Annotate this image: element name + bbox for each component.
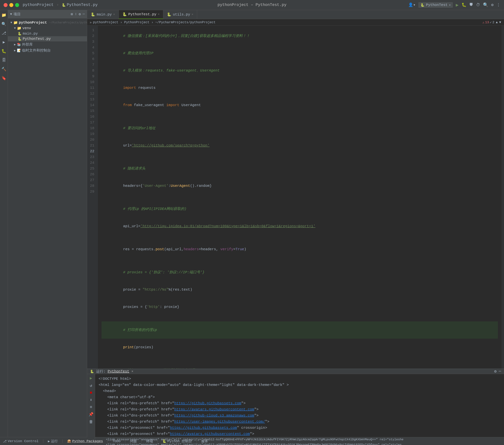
code-line-1: # 微信搜索：[呆呆敲代码的小Y]，回复[白嫖]获取超多精品编程学习资料！！ [102, 27, 498, 45]
tab-close-mainpy[interactable]: × [113, 13, 115, 16]
nav-up[interactable]: ▲ [496, 20, 498, 24]
line-numbers: 1 2 3 4 5 6 7 8 9 10 11 12 13 14 15 16 1… [87, 26, 98, 368]
tree-item-pythontestpy[interactable]: 🐍 PythonTest.py [8, 36, 87, 41]
panel-icon-layout[interactable]: ⊞ [71, 12, 73, 16]
code-line-8: url='https://github.com/search?q=python' [102, 137, 498, 154]
close-button[interactable] [4, 3, 8, 7]
status-python-control-label: Python 控制台 [167, 439, 192, 444]
output-line-1: <!DOCTYPE html> [99, 376, 500, 382]
sidebar-icon-project[interactable]: 📁 [1, 12, 7, 18]
run-icon-pin[interactable]: 📌 [89, 412, 93, 417]
sidebar-icon-build[interactable]: 🔨 [1, 66, 7, 72]
sidebar-icon-bookmark[interactable]: 🔖 [1, 75, 7, 81]
left-sidebar-icons: 📁 🔍 ⎇ ▶ 🐛 🗄 🔨 🔖 [0, 10, 8, 437]
run-icon-rerun[interactable]: ↺ [90, 383, 92, 388]
editor-area: 🐍 main.py × 🐍 PythonTest.py × 🐍 utils.py… [87, 10, 504, 437]
panel-icon-collapse[interactable]: — [83, 12, 85, 16]
panel-icon-filter[interactable]: ⚙ [79, 12, 81, 16]
run-icon-stop[interactable]: ■ [90, 391, 92, 395]
panel-icons: ⊞ ↕ ⚙ — [71, 12, 85, 16]
project-panel-header: ▼ 项目 ⊞ ↕ ⚙ — [8, 10, 87, 18]
code-line-6 [102, 114, 498, 120]
output-line-8: <link rel="dns-prefetch" href="https://u… [99, 419, 500, 425]
status-problems[interactable]: 问题 [130, 439, 137, 444]
tree-item-mainpy[interactable]: 🐍 main.py [8, 31, 87, 36]
output-line-5: <link rel="dns-prefetch" href="https://g… [99, 400, 500, 406]
code-line-21 [102, 316, 498, 321]
tab-bar: 🐍 main.py × 🐍 PythonTest.py × 🐍 utils.py… [87, 10, 504, 19]
python-console-icon: 🐍 [162, 439, 166, 443]
run-panel-close-btn[interactable]: × [131, 370, 133, 373]
status-problems-label: 问题 [130, 439, 137, 444]
panel-icon-sort[interactable]: ↕ [75, 12, 77, 16]
title-bar-file: 🐍 PythonTest.py [62, 3, 98, 7]
run-panel-config-name[interactable]: PythonTest [108, 369, 129, 373]
project-name[interactable]: pythonProject [23, 3, 54, 7]
user-icon[interactable]: 👤▾ [408, 2, 415, 7]
code-line-16: res = requests.post(api_url,headers=head… [102, 241, 498, 258]
code-line-7: # 要访问的url地址 [102, 120, 498, 137]
project-tree: ▼ 📁 pythonProject ~/PycharmProjects/pyth… [8, 18, 87, 437]
title-bar: pythonProject › 🐍 PythonTest.py pythonPr… [0, 0, 504, 10]
tab-utilspy[interactable]: 🐍 utils.py × [163, 10, 197, 19]
settings-button[interactable]: ⚙ [491, 2, 494, 7]
code-content[interactable]: # 微信搜索：[呆呆敲代码的小Y]，回复[白嫖]获取超多精品编程学习资料！！ #… [98, 26, 502, 368]
sidebar-icon-debug[interactable]: 🐛 [1, 48, 7, 54]
maximize-button[interactable] [15, 3, 19, 7]
minimize-button[interactable] [9, 3, 13, 7]
status-services[interactable]: 服务 [201, 439, 208, 444]
output-line-7: <link rel="dns-prefetch" href="https://g… [99, 413, 500, 419]
run-button[interactable]: ▶ [456, 2, 459, 8]
run-panel-collapse-icon[interactable]: — [499, 369, 501, 374]
sidebar-icon-database[interactable]: 🗄 [1, 57, 7, 63]
debug-button[interactable]: 🐛 [462, 2, 466, 7]
code-line-23: print(proxies) [102, 339, 498, 356]
tree-item-scratch[interactable]: ▶ 📝 临时文件和控制台 [8, 47, 87, 53]
output-line-4: <meta charset="utf-8"> [99, 394, 500, 400]
status-terminal[interactable]: 终端 [146, 439, 153, 444]
code-editor[interactable]: 1 2 3 4 5 6 7 8 9 10 11 12 13 14 15 16 1… [87, 26, 504, 368]
error-badge: ⚠ 13 ✓ 2 [482, 20, 494, 24]
code-line-19: proxie = "https://%s"%(res.text) [102, 281, 498, 298]
tree-item-pythonproject[interactable]: ▼ 📁 pythonProject ~/PycharmProjects/pyth… [8, 20, 87, 25]
run-panel-gear-icon[interactable]: ⚙ [494, 369, 497, 374]
code-line-15 [102, 235, 498, 241]
run-config[interactable]: 🐍 PythonTest ▾ [418, 2, 453, 8]
coverage-button[interactable]: ⛊ [469, 2, 473, 7]
run-icon-trash[interactable]: 🗑 [89, 419, 93, 424]
nav-down[interactable]: ▼ [499, 20, 501, 24]
sidebar-icon-vcs[interactable]: ⎇ [1, 30, 7, 36]
code-line-14: api_url='http://tiqu.ipidea.io:81/abroad… [102, 218, 498, 235]
tab-pythontestpy[interactable]: 🐍 PythonTest.py × [119, 10, 163, 19]
run-icon-scroll[interactable]: ⬇ [90, 398, 92, 403]
tree-item-venv[interactable]: ▼ 📁 venv [8, 25, 87, 31]
more-button[interactable]: ⋮ [496, 2, 500, 7]
run-panel-label: 运行: [96, 369, 106, 374]
sidebar-icon-run[interactable]: ▶ [1, 39, 7, 45]
status-terminal-label: 终端 [146, 439, 153, 444]
status-python-control[interactable]: 🐍 Python 控制台 [162, 439, 192, 444]
project-panel: ▼ 项目 ⊞ ↕ ⚙ — ▼ 📁 pythonProject ~/Pycharm… [8, 10, 87, 437]
output-line-14: <link crossorigin="anonymous" media="all… [99, 442, 500, 445]
search-button[interactable]: 🔍 [483, 2, 488, 8]
status-run[interactable]: ▶ 运行 [48, 439, 58, 444]
code-line-3: # 导入模块：requests、fake-useragent、UserAgent [102, 62, 498, 79]
code-line-18: # proxies = {'协议': '协议://IP:端口号'} [102, 264, 498, 281]
title-file-name: PythonTest.py [67, 3, 98, 7]
output-line-10: <link rel="preconnect" href="https://ava… [99, 431, 500, 437]
profile-button[interactable]: ⏱ [476, 2, 480, 7]
tab-close-pythontestpy[interactable]: × [158, 13, 160, 16]
status-todo[interactable]: TODO [112, 439, 121, 443]
run-icon-filter[interactable]: ≡ [90, 405, 92, 409]
tab-mainpy[interactable]: 🐍 main.py × [87, 10, 119, 19]
sidebar-icon-search[interactable]: 🔍 [1, 21, 7, 27]
output-line-9: <link rel="preconnect" href="https://git… [99, 425, 500, 431]
traffic-lights [4, 3, 19, 7]
tab-close-utilspy[interactable]: × [192, 13, 193, 16]
status-version-control[interactable]: ⎇ Version Control [3, 439, 38, 443]
tree-item-external-libs[interactable]: ▶ 📚 外部库 [8, 41, 87, 47]
run-icon-play[interactable]: ▶ [90, 376, 92, 381]
editor-scrollbar[interactable] [502, 26, 504, 368]
status-python-packages[interactable]: 📦 Python Packages [67, 439, 103, 443]
code-line-2: # 爬虫使用代理IP [102, 45, 498, 62]
